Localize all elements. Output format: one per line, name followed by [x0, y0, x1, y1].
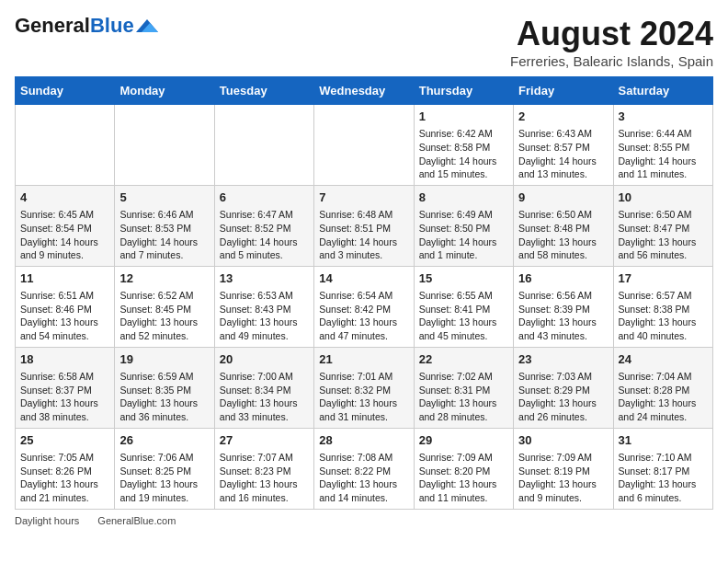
calendar-day-cell: 7Sunrise: 6:48 AM Sunset: 8:51 PM Daylig…	[314, 185, 414, 266]
day-number: 30	[518, 432, 608, 449]
day-info: Sunrise: 7:02 AM Sunset: 8:31 PM Dayligh…	[419, 370, 508, 424]
day-number: 26	[119, 432, 209, 449]
day-info: Sunrise: 6:50 AM Sunset: 8:48 PM Dayligh…	[518, 208, 608, 262]
header-row: SundayMondayTuesdayWednesdayThursdayFrid…	[16, 77, 713, 105]
calendar-day-cell: 23Sunrise: 7:03 AM Sunset: 8:29 PM Dayli…	[514, 347, 613, 428]
calendar-day-cell: 15Sunrise: 6:55 AM Sunset: 8:41 PM Dayli…	[414, 266, 513, 347]
day-number: 16	[518, 270, 608, 287]
calendar-day-cell: 22Sunrise: 7:02 AM Sunset: 8:31 PM Dayli…	[414, 347, 513, 428]
calendar-day-cell: 27Sunrise: 7:07 AM Sunset: 8:23 PM Dayli…	[214, 428, 313, 509]
calendar-day-cell	[214, 105, 313, 186]
day-number: 23	[518, 351, 608, 368]
day-info: Sunrise: 6:55 AM Sunset: 8:41 PM Dayligh…	[419, 289, 508, 343]
day-number: 6	[220, 190, 309, 206]
calendar-day-cell: 11Sunrise: 6:51 AM Sunset: 8:46 PM Dayli…	[16, 266, 115, 347]
day-number: 4	[20, 190, 109, 206]
calendar-day-cell: 20Sunrise: 7:00 AM Sunset: 8:34 PM Dayli…	[214, 347, 313, 428]
header-day: Monday	[115, 77, 214, 105]
day-number: 17	[619, 270, 708, 287]
header-day: Sunday	[16, 77, 115, 105]
calendar-day-cell	[16, 105, 115, 186]
logo-icon	[136, 19, 158, 32]
day-info: Sunrise: 7:09 AM Sunset: 8:20 PM Dayligh…	[419, 451, 508, 505]
calendar-day-cell: 2Sunrise: 6:43 AM Sunset: 8:57 PM Daylig…	[514, 105, 613, 186]
day-number: 7	[319, 190, 408, 206]
day-info: Sunrise: 6:52 AM Sunset: 8:45 PM Dayligh…	[119, 289, 209, 343]
calendar-day-cell: 13Sunrise: 6:53 AM Sunset: 8:43 PM Dayli…	[214, 266, 313, 347]
calendar-week-row: 11Sunrise: 6:51 AM Sunset: 8:46 PM Dayli…	[16, 266, 713, 347]
day-number: 31	[619, 432, 708, 449]
calendar-week-row: 25Sunrise: 7:05 AM Sunset: 8:26 PM Dayli…	[16, 428, 713, 509]
logo-text: GeneralBlue	[15, 15, 134, 37]
day-number: 28	[319, 432, 408, 449]
calendar-header: SundayMondayTuesdayWednesdayThursdayFrid…	[16, 77, 713, 105]
day-info: Sunrise: 7:05 AM Sunset: 8:26 PM Dayligh…	[20, 451, 109, 505]
header-day: Tuesday	[214, 77, 313, 105]
day-number: 10	[619, 190, 708, 206]
day-number: 18	[20, 351, 109, 368]
day-info: Sunrise: 6:51 AM Sunset: 8:46 PM Dayligh…	[20, 289, 109, 343]
header-day: Saturday	[613, 77, 712, 105]
calendar-day-cell: 29Sunrise: 7:09 AM Sunset: 8:20 PM Dayli…	[414, 428, 513, 509]
day-info: Sunrise: 6:57 AM Sunset: 8:38 PM Dayligh…	[619, 289, 708, 343]
logo-blue: Blue	[90, 14, 134, 37]
day-info: Sunrise: 6:56 AM Sunset: 8:39 PM Dayligh…	[518, 289, 608, 343]
page-header: GeneralBlue August 2024 Ferreries, Balea…	[15, 15, 713, 69]
day-info: Sunrise: 7:01 AM Sunset: 8:32 PM Dayligh…	[319, 370, 408, 424]
day-number: 19	[119, 351, 209, 368]
calendar-week-row: 1Sunrise: 6:42 AM Sunset: 8:58 PM Daylig…	[16, 105, 713, 186]
day-number: 24	[619, 351, 708, 368]
calendar-day-cell: 26Sunrise: 7:06 AM Sunset: 8:25 PM Dayli…	[115, 428, 214, 509]
calendar-footer: Daylight hours GeneralBlue.com	[15, 515, 713, 526]
calendar-day-cell: 6Sunrise: 6:47 AM Sunset: 8:52 PM Daylig…	[214, 185, 313, 266]
day-info: Sunrise: 6:44 AM Sunset: 8:55 PM Dayligh…	[619, 127, 708, 181]
calendar-day-cell: 19Sunrise: 6:59 AM Sunset: 8:35 PM Dayli…	[115, 347, 214, 428]
day-number: 5	[119, 190, 209, 206]
calendar-day-cell: 16Sunrise: 6:56 AM Sunset: 8:39 PM Dayli…	[514, 266, 613, 347]
day-number: 8	[419, 190, 508, 206]
header-day: Wednesday	[314, 77, 414, 105]
daylight-label: Daylight hours	[15, 515, 79, 526]
day-number: 21	[319, 351, 408, 368]
day-info: Sunrise: 7:08 AM Sunset: 8:22 PM Dayligh…	[319, 451, 408, 505]
day-info: Sunrise: 7:10 AM Sunset: 8:17 PM Dayligh…	[619, 451, 708, 505]
calendar-table: SundayMondayTuesdayWednesdayThursdayFrid…	[15, 76, 713, 510]
calendar-day-cell: 5Sunrise: 6:46 AM Sunset: 8:53 PM Daylig…	[115, 185, 214, 266]
calendar-day-cell: 14Sunrise: 6:54 AM Sunset: 8:42 PM Dayli…	[314, 266, 414, 347]
day-info: Sunrise: 6:46 AM Sunset: 8:53 PM Dayligh…	[119, 208, 209, 262]
day-number: 15	[419, 270, 508, 287]
page-subtitle: Ferreries, Balearic Islands, Spain	[510, 53, 713, 69]
calendar-week-row: 4Sunrise: 6:45 AM Sunset: 8:54 PM Daylig…	[16, 185, 713, 266]
day-info: Sunrise: 6:49 AM Sunset: 8:50 PM Dayligh…	[419, 208, 508, 262]
day-info: Sunrise: 6:54 AM Sunset: 8:42 PM Dayligh…	[319, 289, 408, 343]
calendar-day-cell: 21Sunrise: 7:01 AM Sunset: 8:32 PM Dayli…	[314, 347, 414, 428]
calendar-day-cell: 12Sunrise: 6:52 AM Sunset: 8:45 PM Dayli…	[115, 266, 214, 347]
day-number: 1	[419, 109, 508, 125]
day-number: 29	[419, 432, 508, 449]
day-info: Sunrise: 6:42 AM Sunset: 8:58 PM Dayligh…	[419, 127, 508, 181]
day-number: 25	[20, 432, 109, 449]
calendar-week-row: 18Sunrise: 6:58 AM Sunset: 8:37 PM Dayli…	[16, 347, 713, 428]
title-block: August 2024 Ferreries, Balearic Islands,…	[510, 15, 713, 69]
calendar-day-cell: 4Sunrise: 6:45 AM Sunset: 8:54 PM Daylig…	[16, 185, 115, 266]
day-info: Sunrise: 6:43 AM Sunset: 8:57 PM Dayligh…	[518, 127, 608, 181]
day-info: Sunrise: 6:45 AM Sunset: 8:54 PM Dayligh…	[20, 208, 109, 262]
calendar-day-cell: 3Sunrise: 6:44 AM Sunset: 8:55 PM Daylig…	[613, 105, 712, 186]
day-info: Sunrise: 6:59 AM Sunset: 8:35 PM Dayligh…	[119, 370, 209, 424]
header-day: Friday	[514, 77, 613, 105]
day-info: Sunrise: 6:58 AM Sunset: 8:37 PM Dayligh…	[20, 370, 109, 424]
day-number: 14	[319, 270, 408, 287]
source-label: GeneralBlue.com	[97, 515, 176, 526]
calendar-day-cell: 1Sunrise: 6:42 AM Sunset: 8:58 PM Daylig…	[414, 105, 513, 186]
day-number: 3	[619, 109, 708, 125]
day-info: Sunrise: 6:50 AM Sunset: 8:47 PM Dayligh…	[619, 208, 708, 262]
day-number: 22	[419, 351, 508, 368]
day-number: 12	[119, 270, 209, 287]
calendar-day-cell: 31Sunrise: 7:10 AM Sunset: 8:17 PM Dayli…	[613, 428, 712, 509]
calendar-day-cell: 10Sunrise: 6:50 AM Sunset: 8:47 PM Dayli…	[613, 185, 712, 266]
calendar-day-cell	[115, 105, 214, 186]
calendar-day-cell: 8Sunrise: 6:49 AM Sunset: 8:50 PM Daylig…	[414, 185, 513, 266]
day-number: 27	[220, 432, 309, 449]
calendar-body: 1Sunrise: 6:42 AM Sunset: 8:58 PM Daylig…	[16, 105, 713, 510]
page-title: August 2024	[510, 15, 713, 53]
